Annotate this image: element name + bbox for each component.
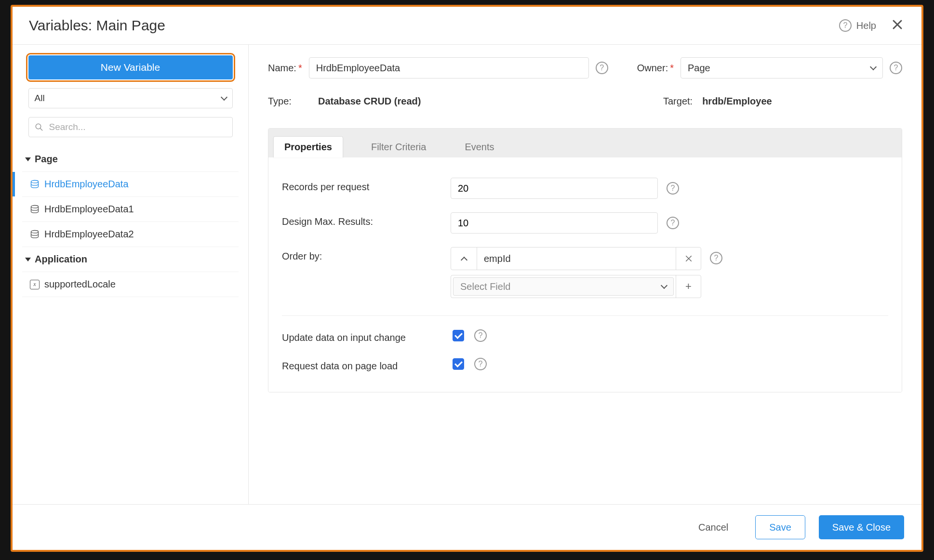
- sidebar: New Variable All Page: [13, 45, 249, 504]
- orderby-placeholder: Select Field: [460, 281, 511, 292]
- tree-item-hrdbemployeedata1[interactable]: HrdbEmployeeData1: [22, 196, 239, 221]
- dialog-header: Variables: Main Page ? Help: [13, 7, 921, 45]
- caret-down-icon: [25, 258, 31, 261]
- help-icon: ?: [839, 19, 852, 32]
- tab-filter-criteria[interactable]: Filter Criteria: [360, 137, 437, 157]
- svg-line-1: [40, 128, 42, 130]
- target-label: Target:: [663, 96, 693, 107]
- cancel-button[interactable]: Cancel: [685, 515, 742, 539]
- orderby-field-value: empId: [477, 247, 676, 270]
- help-icon[interactable]: ?: [474, 358, 487, 370]
- help-icon[interactable]: ?: [596, 62, 608, 74]
- help-icon[interactable]: ?: [474, 329, 487, 342]
- dialog-title: Variables: Main Page: [29, 17, 839, 34]
- settings-tabs: Properties Filter Criteria Events Record…: [268, 128, 902, 392]
- variable-icon: x: [30, 280, 40, 289]
- svg-point-4: [31, 230, 39, 233]
- name-label: Name:*: [268, 63, 302, 74]
- save-button[interactable]: Save: [755, 515, 805, 539]
- help-label: Help: [856, 20, 876, 31]
- filter-value: All: [35, 93, 45, 104]
- search-box: [28, 117, 233, 137]
- tree-group-page[interactable]: Page: [22, 147, 239, 171]
- orderby-add-button[interactable]: +: [676, 275, 701, 298]
- tree-item-label: HrdbEmployeeData: [44, 179, 129, 190]
- design-max-label: Design Max. Results:: [282, 212, 451, 227]
- chevron-up-icon: [460, 257, 467, 263]
- database-icon: [30, 230, 40, 239]
- help-icon[interactable]: ?: [710, 252, 722, 264]
- save-close-button[interactable]: Save & Close: [819, 515, 904, 539]
- name-input[interactable]: [309, 57, 589, 78]
- records-label: Records per request: [282, 178, 451, 193]
- main-content: Name:* ? Owner:* Page ?: [249, 45, 921, 504]
- variable-type-filter[interactable]: All: [28, 88, 233, 108]
- owner-value: Page: [688, 63, 710, 74]
- database-icon: [30, 205, 40, 214]
- target-value: hrdb/Employee: [702, 96, 772, 107]
- tree-item-supportedlocale[interactable]: x supportedLocale: [22, 272, 239, 297]
- tree-group-application[interactable]: Application: [22, 247, 239, 272]
- tree-group-label: Application: [35, 254, 87, 265]
- request-on-load-label: Request data on page load: [282, 357, 451, 372]
- type-value: Database CRUD (read): [318, 96, 421, 107]
- tree-item-hrdbemployeedata2[interactable]: HrdbEmployeeData2: [22, 221, 239, 247]
- type-label: Type:: [268, 96, 301, 107]
- tab-events[interactable]: Events: [454, 137, 505, 157]
- variable-tree: Page HrdbEmployeeData HrdbEmployeeData1 …: [22, 147, 239, 297]
- help-link[interactable]: ? Help: [839, 19, 876, 32]
- orderby-remove-button[interactable]: [676, 247, 701, 270]
- required-mark: *: [298, 63, 302, 73]
- chevron-down-icon: [220, 94, 227, 101]
- search-input[interactable]: [48, 121, 227, 133]
- tree-item-label: HrdbEmployeeData1: [44, 204, 134, 215]
- update-on-change-label: Update data on input change: [282, 328, 451, 343]
- dialog-footer: Cancel Save Save & Close: [13, 504, 921, 550]
- tab-content-properties: Records per request ? Design Max. Result…: [268, 157, 902, 392]
- chevron-down-icon: [870, 64, 877, 70]
- new-variable-button[interactable]: New Variable: [28, 55, 233, 79]
- tab-properties[interactable]: Properties: [273, 136, 343, 157]
- design-max-input[interactable]: [451, 212, 658, 234]
- database-icon: [30, 180, 40, 189]
- divider: [282, 315, 888, 316]
- update-on-change-checkbox[interactable]: [453, 330, 464, 341]
- records-input[interactable]: [451, 178, 658, 199]
- required-mark: *: [670, 63, 674, 73]
- owner-label: Owner:*: [637, 63, 674, 74]
- orderby-sort-direction[interactable]: [451, 247, 477, 270]
- caret-down-icon: [25, 157, 31, 161]
- request-on-load-checkbox[interactable]: [453, 358, 464, 370]
- tree-group-label: Page: [35, 154, 58, 165]
- owner-select[interactable]: Page: [680, 57, 883, 78]
- variables-dialog: Variables: Main Page ? Help New Variable…: [11, 5, 923, 552]
- tree-item-hrdbemployeedata[interactable]: HrdbEmployeeData: [22, 171, 239, 196]
- help-icon[interactable]: ?: [667, 217, 679, 229]
- search-icon: [35, 123, 43, 131]
- svg-point-3: [31, 205, 39, 208]
- tree-item-label: HrdbEmployeeData2: [44, 229, 134, 240]
- close-icon[interactable]: [890, 16, 905, 35]
- tree-item-label: supportedLocale: [44, 279, 116, 290]
- chevron-down-icon: [661, 282, 667, 289]
- help-icon[interactable]: ?: [890, 62, 902, 74]
- orderby-label: Order by:: [282, 247, 451, 262]
- tab-bar: Properties Filter Criteria Events: [268, 129, 902, 157]
- orderby-add-field-select[interactable]: Select Field: [453, 277, 674, 296]
- help-icon[interactable]: ?: [667, 182, 679, 195]
- svg-point-2: [31, 180, 39, 182]
